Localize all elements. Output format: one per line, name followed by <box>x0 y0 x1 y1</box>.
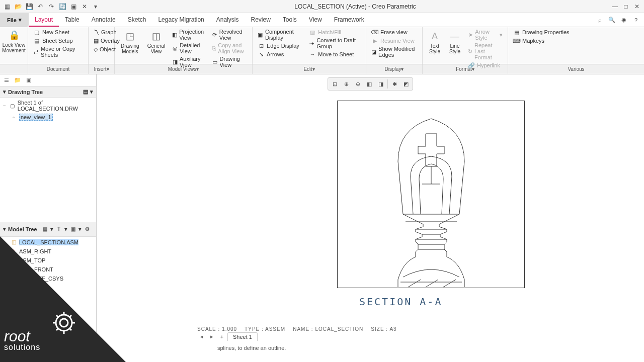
minimize-icon[interactable]: — <box>611 3 619 11</box>
datum-icon[interactable]: ✱ <box>389 79 399 88</box>
model-tree-item[interactable]: ◊ASM_TOP <box>0 256 96 265</box>
move-to-sheet-button[interactable]: →Move to Sheet <box>307 50 363 58</box>
mapkeys-button[interactable]: ⌨Mapkeys <box>511 37 641 45</box>
text-style-icon: A <box>429 30 441 42</box>
line-style-icon: — <box>449 30 461 42</box>
object-icon: ◇ <box>94 46 98 53</box>
model-tree-item[interactable]: ◊ASM_DEF_CSYS <box>0 274 96 283</box>
tree-menu-icon[interactable]: ▾ <box>90 88 93 95</box>
drawing-view-button[interactable]: ▭Drawing View <box>210 55 249 68</box>
arrow-style-button: ➤Arrow Style▾ <box>466 28 505 41</box>
search-commands-icon[interactable]: ⌕ <box>596 16 604 24</box>
section-label[interactable]: SECTION A-A <box>359 296 442 308</box>
auxiliary-view-button[interactable]: ◨Auxiliary View <box>170 55 208 68</box>
drawing-canvas[interactable]: ⊡ ⊕ ⊖ ◧ ◨ ✱ ◩ <box>97 74 644 361</box>
erase-view-button[interactable]: ⌫Erase view <box>369 28 419 36</box>
sheet-nav-prev[interactable]: ◂ <box>197 333 206 341</box>
hyperlink-icon: 🔗 <box>468 62 475 69</box>
sheet-add[interactable]: + <box>217 333 226 341</box>
open-icon[interactable]: 📂 <box>14 3 22 11</box>
display-style-icon[interactable]: ◨ <box>376 79 386 88</box>
mt-icon1[interactable]: ▤ <box>41 225 49 233</box>
show-modified-button[interactable]: ◪Show Modified Edges <box>369 45 419 58</box>
annotation-icon[interactable]: ◩ <box>401 79 411 88</box>
help-icon[interactable]: ? <box>632 16 640 24</box>
component-icon: ▣ <box>258 31 263 38</box>
mt-icon4[interactable]: ⚙ <box>83 225 91 233</box>
mt-icon2[interactable]: T <box>55 225 63 233</box>
drawing-models-button[interactable]: ◳Drawing Models <box>118 28 142 56</box>
file-menu[interactable]: File▾ <box>0 13 29 27</box>
model-tree-item[interactable]: ◊ASM_FRONT <box>0 265 96 274</box>
drawing-tree-view[interactable]: ▫new_view_1 <box>0 113 96 122</box>
menu-table[interactable]: Table <box>59 13 86 27</box>
model-tree-header: ▾Model Tree ▤▾ T▾ ▣▾ ⚙ <box>0 222 96 237</box>
zoom-fit-icon[interactable]: ⊡ <box>330 79 340 88</box>
menu-tools[interactable]: Tools <box>277 13 303 27</box>
undo-icon[interactable]: ↶ <box>36 3 44 11</box>
layers-icon[interactable]: ☰ <box>2 76 11 85</box>
filter-icon[interactable]: ▣ <box>24 76 33 85</box>
lock-view-movement-button[interactable]: 🔒 Lock View Movement <box>3 28 25 54</box>
datum-plane-icon: ◊ <box>10 248 17 255</box>
general-view-button[interactable]: ◫General View <box>144 28 169 56</box>
model-tree-root[interactable]: −◫LOCAL_SECTION.ASM <box>0 238 96 247</box>
drawing-view-frame[interactable] <box>337 101 525 288</box>
component-display-button[interactable]: ▣Component Display <box>256 28 305 41</box>
menu-sketch[interactable]: Sketch <box>122 13 152 27</box>
new-icon[interactable]: ▦ <box>3 3 11 11</box>
overlay-button[interactable]: ▦Overlay <box>92 37 111 45</box>
maximize-icon[interactable]: □ <box>622 3 630 11</box>
arrows-button[interactable]: ↘Arrows <box>256 50 305 58</box>
ribbon: 🔒 Lock View Movement ▢New Sheet ▤Sheet S… <box>0 27 644 64</box>
close-window-icon[interactable]: ✕ <box>633 3 641 11</box>
model-tree-item[interactable]: ◊ASM_RIGHT <box>0 247 96 256</box>
asm-icon: ◫ <box>10 239 17 246</box>
redo-icon[interactable]: ↷ <box>47 3 55 11</box>
new-sheet-button[interactable]: ▢New Sheet <box>31 28 85 36</box>
graph-icon: 〽 <box>94 29 99 36</box>
menu-analysis[interactable]: Analysis <box>210 13 245 27</box>
move-copy-sheets-button[interactable]: ⇄Move or Copy Sheets <box>31 45 85 58</box>
edge-display-button[interactable]: ⊡Edge Display <box>256 42 305 50</box>
sheet-setup-button[interactable]: ▤Sheet Setup <box>31 37 85 45</box>
menu-review[interactable]: Review <box>245 13 276 27</box>
zoom-out-icon[interactable]: ⊖ <box>353 79 363 88</box>
model-tree-item[interactable]: ◊KING.PRT <box>0 283 96 292</box>
folder-icon[interactable]: 📁 <box>13 76 22 85</box>
repaint-icon[interactable]: ◧ <box>364 79 374 88</box>
drawing-properties-button[interactable]: ▤Drawing Properties <box>511 28 641 36</box>
menu-framework[interactable]: Framework <box>328 13 370 27</box>
copy-align-view-button: ⎘Copy and Align View <box>210 42 249 55</box>
save-icon[interactable]: 💾 <box>25 3 33 11</box>
drawing-tree-sheet[interactable]: −▢Sheet 1 of LOCAL_SECTION.DRW <box>0 99 96 113</box>
revolved-view-button[interactable]: ⟳Revolved View <box>210 28 249 41</box>
menu-view[interactable]: View <box>303 13 328 27</box>
menu-layout[interactable]: Layout <box>29 13 59 27</box>
tree-opts-icon[interactable]: ▤ <box>83 88 88 95</box>
projection-view-button[interactable]: ◧Projection View <box>170 28 208 41</box>
menu-legacy-migration[interactable]: Legacy Migration <box>152 13 210 27</box>
mt-icon3[interactable]: ▣ <box>69 225 77 233</box>
close-icon[interactable]: ✕ <box>80 3 89 11</box>
learn-icon[interactable]: ◉ <box>620 16 628 24</box>
sheet-nav-next[interactable]: ▸ <box>207 333 216 341</box>
windows-icon[interactable]: ▣ <box>69 3 77 11</box>
ribbon-group-labels: Document Insert▾ Model Views▾ Edit▾ Disp… <box>0 64 644 74</box>
modified-icon: ◪ <box>371 48 376 55</box>
regen-icon[interactable]: 🔄 <box>58 3 66 11</box>
search-icon[interactable]: 🔍 <box>608 16 616 24</box>
copy-icon: ⎘ <box>212 45 216 52</box>
expand-icon[interactable]: ▾ <box>92 3 100 11</box>
convert-draft-button[interactable]: ⇢Convert to Draft Group <box>307 37 363 50</box>
menu-annotate[interactable]: Annotate <box>86 13 122 27</box>
object-button[interactable]: ◇Object <box>92 45 111 53</box>
overlay-icon: ▦ <box>94 37 99 44</box>
sheet-tab-1[interactable]: Sheet 1 <box>227 332 258 341</box>
detailed-view-button[interactable]: ◎Detailed View <box>170 42 208 55</box>
datum-plane-icon: ◊ <box>10 266 17 273</box>
graph-button[interactable]: 〽Graph <box>92 28 111 36</box>
zoom-in-icon[interactable]: ⊕ <box>341 79 351 88</box>
repeat-icon: ↻ <box>468 48 472 55</box>
menu-bar: File▾ LayoutTableAnnotateSketchLegacy Mi… <box>0 13 644 27</box>
